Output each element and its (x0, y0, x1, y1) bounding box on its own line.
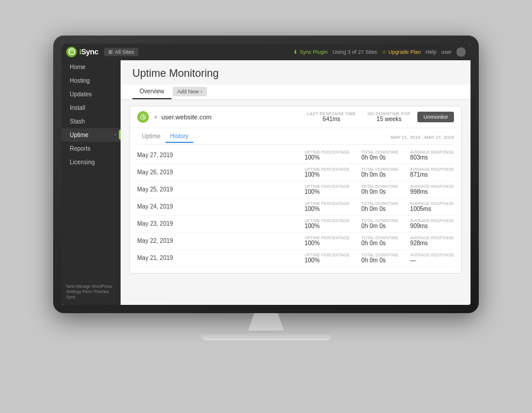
history-date: May 21, 2019 (137, 255, 190, 261)
history-stats: UPTIME PERCENTAGE 100% TOTAL DOWNTIME 0h… (304, 253, 454, 264)
sidebar: Home Hosting Updates Install Stash Uptim… (61, 60, 121, 305)
svg-point-0 (69, 49, 74, 55)
status-icon (137, 111, 149, 123)
logo-area: iSync (66, 47, 98, 57)
avg-response-stat: AVERAGE RESPONSE 998ms (410, 184, 454, 195)
sidebar-bottom: New Manage WordPress Settings From iThem… (61, 279, 121, 304)
star-icon: ☆ (382, 49, 387, 55)
expand-icon[interactable]: ∧ (154, 114, 158, 120)
chevron-right-icon: › (200, 89, 202, 95)
site-url: user.website.com (161, 113, 307, 121)
monitor-shell: iSync ⊞ All Sites ⬇ Sync Plugin Using 3 … (53, 35, 479, 378)
sidebar-item-reports[interactable]: Reports (61, 142, 121, 155)
user-link[interactable]: user (441, 49, 452, 55)
help-link[interactable]: Help (426, 49, 437, 55)
history-row: May 21, 2019 UPTIME PERCENTAGE 100% TOTA… (137, 250, 454, 267)
date-range: MAY 21, 2019 - MAY 27, 2019 (391, 135, 454, 140)
avg-response-stat: AVERAGE RESPONSE — (410, 253, 454, 264)
sync-plugin-link[interactable]: ⬇ Sync Plugin (293, 49, 328, 55)
history-date: May 25, 2019 (137, 186, 190, 193)
uptime-pct-stat: UPTIME PERCENTAGE 100% (304, 219, 349, 229)
unmonitor-button[interactable]: Unmonitor (417, 112, 454, 122)
sidebar-item-hosting[interactable]: Hosting (61, 74, 121, 87)
content: Uptime Monitoring Overview Add New › (121, 60, 471, 305)
upgrade-link[interactable]: ☆ Upgrade Plan (382, 49, 421, 55)
site-card: ∧ user.website.com LAST RESPONSE TIME 64… (129, 106, 462, 274)
nav-right: ⬇ Sync Plugin Using 3 of 27 Sites ☆ Upgr… (293, 47, 466, 57)
total-downtime-stat: TOTAL DOWNTIME 0h 0m 0s (361, 184, 398, 195)
sidebar-item-install[interactable]: Install (61, 101, 121, 115)
history-stats: UPTIME PERCENTAGE 100% TOTAL DOWNTIME 0h… (304, 150, 454, 161)
monitor-neck (236, 313, 296, 331)
uptime-pct-stat: UPTIME PERCENTAGE 100% (304, 236, 349, 246)
history-stats: UPTIME PERCENTAGE 100% TOTAL DOWNTIME 0h… (304, 201, 454, 212)
history-row: May 26, 2019 UPTIME PERCENTAGE 100% TOTA… (137, 164, 454, 181)
history-date: May 27, 2019 (137, 152, 190, 158)
history-row: May 24, 2019 UPTIME PERCENTAGE 100% TOTA… (137, 199, 454, 216)
all-sites-button[interactable]: ⊞ All Sites (104, 48, 138, 56)
total-downtime-stat: TOTAL DOWNTIME 0h 0m 0s (361, 253, 398, 264)
logo-text: iSync (79, 47, 98, 56)
uptime-pct-stat: UPTIME PERCENTAGE 100% (304, 167, 349, 178)
avg-response-stat: AVERAGE RESPONSE 909ms (410, 219, 454, 229)
history-section: Uptime History MAY 21, 2019 - MAY 27, 20… (130, 128, 461, 273)
avg-response-stat: AVERAGE RESPONSE 928ms (410, 236, 454, 246)
tab-history[interactable]: History (166, 132, 193, 143)
tab-overview[interactable]: Overview (132, 84, 171, 99)
total-downtime-stat: TOTAL DOWNTIME 0h 0m 0s (361, 219, 398, 229)
avatar (456, 47, 466, 57)
history-row: May 25, 2019 UPTIME PERCENTAGE 100% TOTA… (137, 181, 454, 199)
top-nav: iSync ⊞ All Sites ⬇ Sync Plugin Using 3 … (61, 44, 471, 60)
total-downtime-stat: TOTAL DOWNTIME 0h 0m 0s (361, 236, 398, 246)
monitor-base (201, 331, 331, 340)
svg-line-3 (143, 117, 144, 118)
total-downtime-stat: TOTAL DOWNTIME 0h 0m 0s (361, 150, 398, 161)
history-date: May 22, 2019 (137, 238, 190, 244)
monitor-screen: iSync ⊞ All Sites ⬇ Sync Plugin Using 3 … (61, 44, 471, 305)
tab-uptime[interactable]: Uptime (137, 132, 166, 143)
history-stats: UPTIME PERCENTAGE 100% TOTAL DOWNTIME 0h… (304, 219, 454, 229)
no-downtime-stat: NO DOWNTIME FOR 15 weeks (368, 112, 411, 122)
history-row: May 27, 2019 UPTIME PERCENTAGE 100% TOTA… (137, 147, 454, 164)
tabs-bar: Overview Add New › (121, 84, 471, 100)
monitor-bezel: iSync ⊞ All Sites ⬇ Sync Plugin Using 3 … (53, 35, 479, 313)
history-date: May 26, 2019 (137, 169, 190, 175)
total-downtime-stat: TOTAL DOWNTIME 0h 0m 0s (361, 167, 398, 178)
history-row: May 23, 2019 UPTIME PERCENTAGE 100% TOTA… (137, 216, 454, 233)
usage-label: Using 3 of 27 Sites (332, 49, 377, 55)
history-rows: May 27, 2019 UPTIME PERCENTAGE 100% TOTA… (137, 147, 454, 267)
history-row: May 22, 2019 UPTIME PERCENTAGE 100% TOTA… (137, 233, 454, 250)
sidebar-item-stash[interactable]: Stash (61, 115, 121, 128)
page-title: Uptime Monitoring (121, 60, 471, 84)
history-tabs: Uptime History MAY 21, 2019 - MAY 27, 20… (137, 128, 454, 145)
history-stats: UPTIME PERCENTAGE 100% TOTAL DOWNTIME 0h… (304, 184, 454, 195)
history-date: May 23, 2019 (137, 220, 190, 227)
history-stats: UPTIME PERCENTAGE 100% TOTAL DOWNTIME 0h… (304, 167, 454, 178)
history-date: May 24, 2019 (137, 203, 190, 210)
site-stats: LAST RESPONSE TIME 641ms NO DOWNTIME FOR… (307, 112, 411, 122)
site-card-header: ∧ user.website.com LAST RESPONSE TIME 64… (130, 106, 461, 128)
history-stats: UPTIME PERCENTAGE 100% TOTAL DOWNTIME 0h… (304, 236, 454, 246)
sidebar-item-uptime[interactable]: Uptime › (61, 128, 121, 142)
add-new-button[interactable]: Add New › (173, 87, 207, 96)
sidebar-item-updates[interactable]: Updates (61, 87, 121, 101)
sidebar-item-licensing[interactable]: Licensing (61, 155, 121, 169)
last-response-stat: LAST RESPONSE TIME 641ms (307, 112, 356, 122)
uptime-pct-stat: UPTIME PERCENTAGE 100% (304, 201, 349, 212)
avg-response-stat: AVERAGE RESPONSE 871ms (410, 167, 454, 178)
uptime-pct-stat: UPTIME PERCENTAGE 100% (304, 253, 349, 264)
avg-response-stat: AVERAGE RESPONSE 803ms (410, 150, 454, 161)
uptime-pct-stat: UPTIME PERCENTAGE 100% (304, 150, 349, 161)
download-icon: ⬇ (293, 49, 298, 55)
sites-icon: ⊞ (108, 49, 113, 55)
total-downtime-stat: TOTAL DOWNTIME 0h 0m 0s (361, 201, 398, 212)
sidebar-item-home[interactable]: Home (61, 60, 121, 74)
avg-response-stat: AVERAGE RESPONSE 1005ms (410, 201, 454, 212)
main-area: Home Hosting Updates Install Stash Uptim… (61, 60, 471, 305)
logo-icon (66, 47, 77, 57)
uptime-pct-stat: UPTIME PERCENTAGE 100% (304, 184, 349, 195)
